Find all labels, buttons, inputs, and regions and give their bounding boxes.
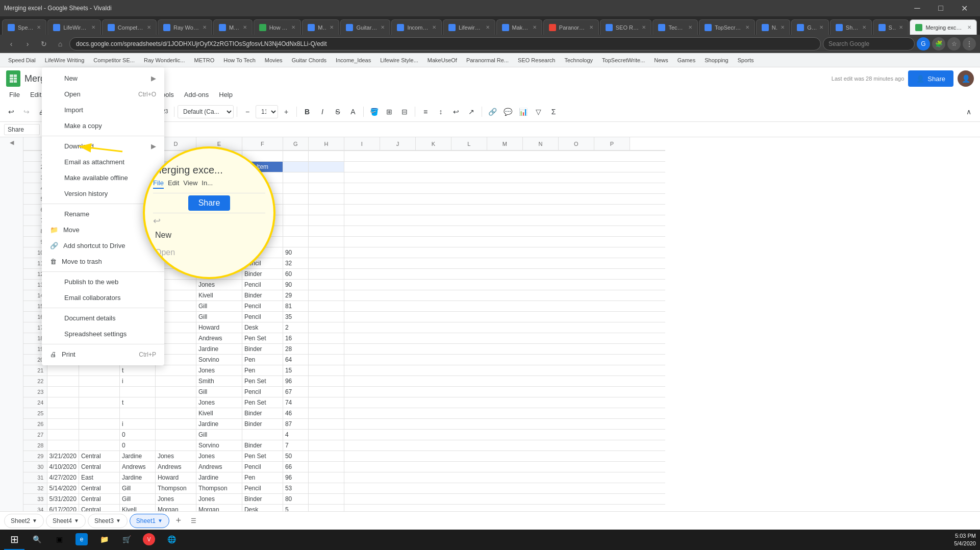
table-cell[interactable]: [79, 418, 119, 429]
file-menu-item[interactable]: 🗑Move to trash: [42, 254, 164, 269]
tab-close-button[interactable]: ✕: [781, 24, 785, 30]
table-cell[interactable]: 15: [283, 365, 308, 376]
table-cell[interactable]: Thompson: [155, 483, 196, 493]
table-cell[interactable]: [155, 418, 196, 429]
table-cell[interactable]: Gill: [196, 429, 242, 440]
browser-tab[interactable]: Merging excel - Google✕: [910, 19, 977, 35]
table-cell[interactable]: Gill: [119, 493, 155, 504]
table-cell[interactable]: Jones: [196, 451, 242, 461]
table-cell[interactable]: 96: [283, 376, 308, 386]
table-cell[interactable]: [79, 376, 119, 386]
back-button[interactable]: ‹: [4, 37, 18, 51]
table-cell[interactable]: [308, 311, 344, 322]
table-cell[interactable]: Pen Set: [242, 376, 283, 386]
function-button[interactable]: Σ: [546, 105, 561, 119]
mag-file[interactable]: File: [153, 179, 164, 189]
tab-close-button[interactable]: ✕: [432, 24, 436, 30]
table-cell[interactable]: [308, 472, 344, 483]
address-bar[interactable]: docs.google.com/spreadsheets/d/1JODHXUjr…: [69, 37, 821, 51]
table-cell[interactable]: Pencil: [242, 483, 283, 493]
table-cell[interactable]: Pen: [242, 354, 283, 365]
table-cell[interactable]: 3/21/2020: [47, 451, 79, 461]
undo-button[interactable]: ↩: [4, 105, 18, 119]
table-cell[interactable]: Pen Set: [242, 397, 283, 408]
file-menu-item[interactable]: Import: [42, 102, 164, 118]
table-cell[interactable]: 81: [283, 301, 308, 311]
row-number[interactable]: 25: [23, 408, 47, 418]
table-cell[interactable]: [308, 354, 344, 365]
sheet-tab[interactable]: Sheet1▼: [130, 514, 169, 528]
tab-close-button[interactable]: ✕: [899, 24, 903, 30]
table-cell[interactable]: 7: [283, 440, 308, 451]
table-cell[interactable]: East: [79, 472, 119, 483]
file-menu-item[interactable]: OpenCtrl+O: [42, 86, 164, 102]
row-number[interactable]: 31: [23, 472, 47, 483]
table-cell[interactable]: t: [119, 365, 155, 376]
table-cell[interactable]: [308, 483, 344, 493]
bookmark-item[interactable]: News: [650, 56, 672, 64]
table-cell[interactable]: Pencil: [242, 386, 283, 397]
table-cell[interactable]: 90: [283, 247, 308, 258]
table-cell[interactable]: Central: [79, 451, 119, 461]
table-cell[interactable]: [308, 386, 344, 397]
table-cell[interactable]: Jardine: [196, 472, 242, 483]
table-cell[interactable]: Smith: [196, 376, 242, 386]
mag-edit[interactable]: Edit: [168, 179, 179, 189]
expand-button[interactable]: ∧: [962, 105, 976, 119]
menu-bar-item[interactable]: File: [4, 89, 25, 101]
maximize-button[interactable]: □: [929, 0, 952, 16]
table-cell[interactable]: 4/27/2020: [47, 472, 79, 483]
file-menu-item[interactable]: Spreadsheet settings: [42, 326, 164, 342]
bookmark-item[interactable]: How To Tech: [219, 56, 260, 64]
table-cell[interactable]: [47, 440, 79, 451]
table-cell[interactable]: [283, 204, 308, 215]
table-cell[interactable]: 2: [283, 322, 308, 333]
table-cell[interactable]: Binder: [242, 343, 283, 354]
table-cell[interactable]: [155, 408, 196, 418]
font-select[interactable]: Default (Ca...: [178, 105, 234, 118]
table-cell[interactable]: Pen: [242, 472, 283, 483]
search-box[interactable]: Search Google: [823, 37, 915, 51]
redo-button[interactable]: ↪: [19, 105, 34, 119]
add-sheet-button[interactable]: +: [171, 514, 186, 528]
table-cell[interactable]: [308, 226, 344, 236]
forward-button[interactable]: ›: [20, 37, 35, 51]
edge-button[interactable]: e: [71, 530, 92, 550]
table-cell[interactable]: [47, 376, 79, 386]
table-cell[interactable]: Andrews: [196, 333, 242, 343]
table-cell[interactable]: [155, 376, 196, 386]
table-cell[interactable]: [155, 365, 196, 376]
table-cell[interactable]: Jardine: [119, 472, 155, 483]
cell-reference[interactable]: Share: [4, 124, 40, 135]
table-cell[interactable]: 32: [283, 258, 308, 268]
browser-tab[interactable]: Ray Wonderlic...✕: [158, 19, 212, 35]
share-button[interactable]: 👤 Share: [908, 70, 953, 87]
browser-tab[interactable]: Shopping✕: [830, 19, 872, 35]
table-cell[interactable]: 53: [283, 483, 308, 493]
table-cell[interactable]: 74: [283, 397, 308, 408]
file-menu-item[interactable]: Make available offline: [42, 170, 164, 186]
bookmark-item[interactable]: SEO Research: [514, 56, 559, 64]
table-cell[interactable]: [308, 204, 344, 215]
table-cell[interactable]: Pencil: [242, 311, 283, 322]
browser-tab[interactable]: METRO✕: [213, 19, 253, 35]
file-menu-item[interactable]: Email as attachment: [42, 154, 164, 170]
col-header-f[interactable]: F: [242, 137, 283, 151]
table-cell[interactable]: 60: [283, 268, 308, 279]
col-header-m[interactable]: M: [487, 137, 522, 151]
bookmark-item[interactable]: Ray Wonderlic...: [140, 56, 189, 64]
table-cell[interactable]: [308, 268, 344, 279]
row-number[interactable]: 24: [23, 397, 47, 408]
chart-button[interactable]: 📊: [516, 105, 530, 119]
table-cell[interactable]: [47, 418, 79, 429]
table-cell[interactable]: [308, 376, 344, 386]
tab-close-button[interactable]: ✕: [486, 24, 490, 30]
table-cell[interactable]: Binder: [242, 418, 283, 429]
magnifier-share[interactable]: Share: [188, 195, 231, 211]
table-cell[interactable]: Binder: [242, 440, 283, 451]
table-cell[interactable]: [308, 440, 344, 451]
home-button[interactable]: ⌂: [53, 37, 67, 51]
table-cell[interactable]: 67: [283, 386, 308, 397]
table-cell[interactable]: 5/31/2020: [47, 493, 79, 504]
table-cell[interactable]: 80: [283, 493, 308, 504]
